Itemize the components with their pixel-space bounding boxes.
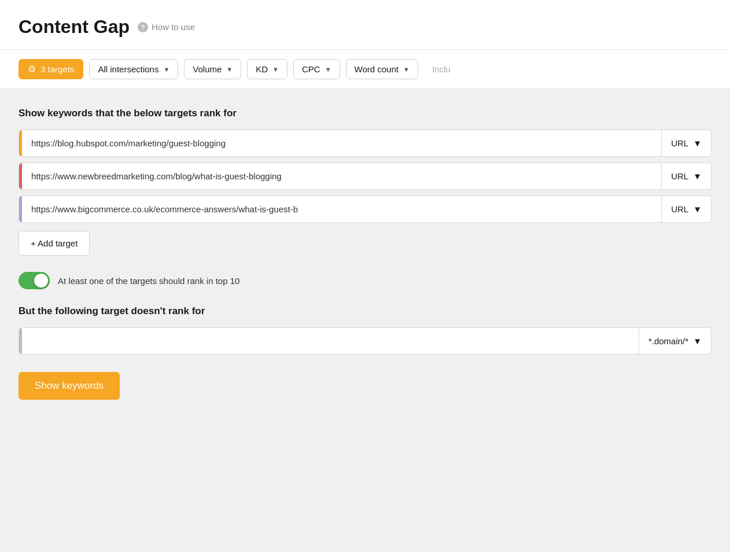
cpc-label: CPC (302, 64, 320, 74)
show-keywords-button[interactable]: Show keywords (19, 372, 120, 400)
rank-toggle[interactable] (19, 272, 50, 289)
how-to-use-label: How to use (152, 22, 195, 32)
target-type-label-3: URL (671, 204, 688, 214)
targets-section-title: Show keywords that the below targets ran… (19, 108, 711, 119)
target-row-3: URL ▼ (19, 196, 711, 223)
kd-dropdown[interactable]: KD ▼ (247, 59, 287, 79)
target-row-1: URL ▼ (19, 130, 711, 157)
volume-dropdown[interactable]: Volume ▼ (184, 59, 241, 79)
chevron-down-icon: ▼ (693, 171, 702, 181)
how-to-use-link[interactable]: ? How to use (138, 22, 195, 32)
all-intersections-dropdown[interactable]: All intersections ▼ (89, 59, 178, 79)
targets-btn-label: 3 targets (40, 64, 74, 74)
word-count-label: Word count (355, 64, 399, 74)
filters-bar: ⚙ 3 targets All intersections ▼ Volume ▼… (0, 50, 730, 89)
doesnt-rank-title: But the following target doesn't rank fo… (19, 305, 711, 317)
toggle-label: At least one of the targets should rank … (58, 276, 239, 286)
all-intersections-label: All intersections (98, 64, 158, 74)
help-icon: ? (138, 22, 148, 32)
target-type-dropdown-2[interactable]: URL ▼ (661, 163, 711, 189)
chevron-down-icon: ▼ (693, 336, 702, 346)
targets-button[interactable]: ⚙ 3 targets (19, 59, 83, 79)
chevron-down-icon: ▼ (226, 66, 233, 73)
page-title: Content Gap (19, 16, 130, 38)
header: Content Gap ? How to use (0, 0, 730, 50)
chevron-down-icon: ▼ (403, 66, 410, 73)
chevron-down-icon: ▼ (693, 138, 702, 148)
target-type-dropdown-3[interactable]: URL ▼ (661, 196, 711, 222)
doesnt-rank-type-label: *.domain/* (648, 336, 688, 346)
inclu-hint: Inclu (424, 60, 459, 79)
chevron-down-icon: ▼ (693, 204, 702, 214)
doesnt-rank-url-input[interactable] (22, 328, 639, 354)
target-url-input-2[interactable] (22, 163, 661, 189)
word-count-dropdown[interactable]: Word count ▼ (346, 59, 418, 79)
volume-label: Volume (193, 64, 222, 74)
kd-label: KD (256, 64, 268, 74)
doesnt-rank-row: *.domain/* ▼ (19, 327, 711, 355)
main-content: Show keywords that the below targets ran… (0, 89, 730, 552)
target-row-2: URL ▼ (19, 163, 711, 190)
toggle-row: At least one of the targets should rank … (19, 272, 711, 289)
target-type-label-1: URL (671, 138, 688, 148)
chevron-down-icon: ▼ (272, 66, 279, 73)
target-url-input-1[interactable] (22, 130, 661, 156)
target-type-dropdown-1[interactable]: URL ▼ (661, 130, 711, 156)
add-target-label: + Add target (31, 238, 78, 248)
chevron-down-icon: ▼ (163, 66, 169, 73)
show-keywords-label: Show keywords (35, 380, 104, 391)
target-url-input-3[interactable] (22, 196, 661, 222)
add-target-button[interactable]: + Add target (19, 231, 90, 256)
target-type-label-2: URL (671, 171, 688, 181)
doesnt-rank-type-dropdown[interactable]: *.domain/* ▼ (639, 328, 711, 354)
toggle-thumb (34, 274, 48, 288)
chevron-down-icon: ▼ (325, 66, 331, 73)
cpc-dropdown[interactable]: CPC ▼ (293, 59, 340, 79)
sliders-icon: ⚙ (28, 64, 36, 75)
toggle-track (19, 272, 50, 289)
